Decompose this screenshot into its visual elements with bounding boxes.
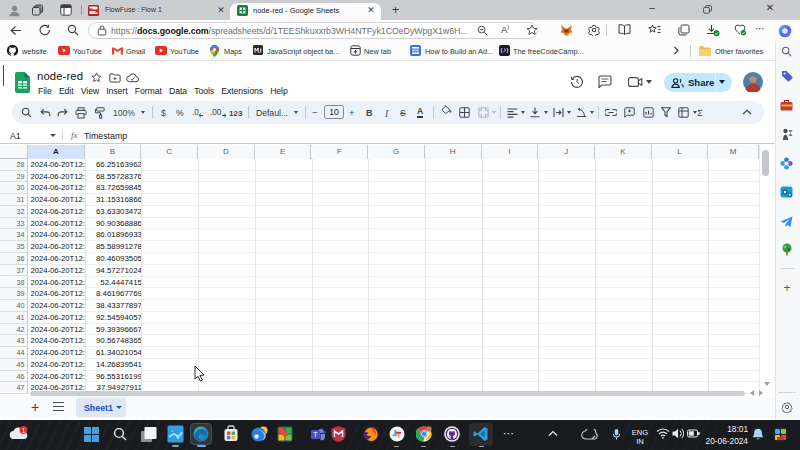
- svg-text:T: T: [313, 431, 318, 438]
- svg-text:1: 1: [22, 427, 26, 434]
